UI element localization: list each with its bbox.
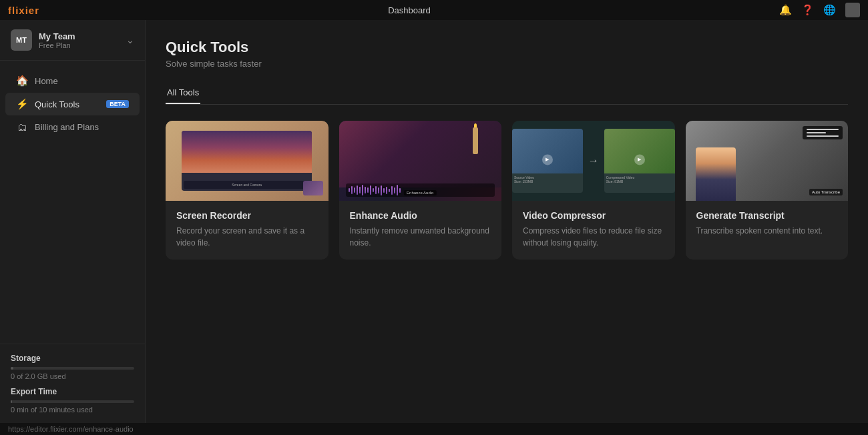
notification-icon[interactable]: 🔔: [779, 4, 792, 16]
generate-transcript-illustration: Auto Transcribe: [686, 121, 849, 201]
wave-bar: [367, 187, 369, 193]
tools-grid: Screen and Camera Screen Recorder Record…: [166, 121, 848, 260]
user-avatar[interactable]: [845, 3, 860, 17]
page-subtitle: Solve simple tasks faster: [166, 59, 848, 69]
screen-recorder-title: Screen Recorder: [176, 210, 318, 221]
export-used-text: 0 min of 10 minutes used: [11, 406, 134, 414]
sidebar-bottom: Storage 0 of 2.0 GB used Export Time 0 m…: [0, 344, 145, 423]
logo: flixier: [8, 5, 39, 16]
video-compressor-desc: Compress video files to reduce file size…: [523, 225, 664, 249]
enhance-audio-desc: Instantly remove unwanted background noi…: [350, 225, 491, 249]
sidebar: MT My Team Free Plan ⌄ 🏠 Home ⚡ Quick To…: [0, 20, 146, 423]
team-name: My Team: [39, 31, 120, 41]
storage-progress-bar: [11, 367, 134, 370]
wave-bar: [391, 186, 393, 195]
wave-bar: [394, 187, 395, 193]
wave-bar: [381, 185, 382, 195]
topbar-title: Dashboard: [388, 5, 431, 15]
play-icon: ▶: [542, 154, 553, 165]
sidebar-nav: 🏠 Home ⚡ Quick Tools beta 🗂 Billing and …: [0, 61, 145, 344]
screen-rec-label: Screen and Camera: [184, 181, 310, 189]
screen-recorder-desc: Record your screen and save it as a vide…: [176, 225, 318, 249]
export-progress-bar: [11, 400, 134, 403]
tab-all-tools[interactable]: All Tools: [166, 82, 200, 104]
enhance-audio-illustration: Enhance Audio: [339, 121, 502, 201]
generate-transcript-image: Auto Transcribe: [686, 121, 849, 201]
export-label: Export Time: [11, 387, 134, 396]
topbar-actions: 🔔 ❓ 🌐: [779, 3, 860, 17]
wave-bar: [389, 189, 390, 192]
main-layout: MT My Team Free Plan ⌄ 🏠 Home ⚡ Quick To…: [0, 20, 868, 423]
transcript-text-overlay: [803, 126, 843, 139]
screen-rec-photo: [182, 131, 312, 173]
team-plan: Free Plan: [39, 41, 120, 49]
transcript-line-short: [807, 132, 826, 133]
enhance-audio-title: Enhance Audio: [350, 210, 491, 221]
topbar: flixier Dashboard 🔔 ❓ 🌐: [0, 0, 868, 20]
video-compressor-title: Video Compressor: [523, 210, 664, 221]
enhance-audio-label: Enhance Audio: [404, 190, 436, 195]
storage-used-text: 0 of 2.0 GB used: [11, 372, 134, 380]
generate-transcript-desc: Transcribe spoken content into text.: [696, 225, 838, 237]
sidebar-item-quick-tools[interactable]: ⚡ Quick Tools beta: [5, 93, 140, 115]
wave-bar: [365, 187, 366, 193]
chevron-down-icon: ⌄: [126, 35, 134, 45]
screen-rec-label-text: Screen and Camera: [232, 183, 262, 187]
compressed-video-info: Compressed VideoSize: 81MB: [604, 173, 675, 185]
screen-recorder-illustration: Screen and Camera: [166, 121, 329, 201]
wave-bar: [362, 185, 363, 195]
beta-badge: beta: [106, 100, 129, 108]
screen-rec-inner: Screen and Camera: [182, 131, 312, 191]
tool-card-enhance-audio[interactable]: Enhance Audio Enhance Audio Instantly re…: [339, 121, 502, 260]
sidebar-item-billing[interactable]: 🗂 Billing and Plans: [5, 116, 140, 138]
team-selector[interactable]: MT My Team Free Plan ⌄: [0, 20, 145, 61]
wave-bar: [359, 187, 361, 193]
lightning-icon: ⚡: [16, 98, 28, 110]
source-video-box: ▶ Source VideoSize: 153MB: [512, 129, 583, 193]
help-icon[interactable]: ❓: [801, 4, 814, 16]
sidebar-item-home[interactable]: 🏠 Home: [5, 69, 140, 92]
storage-label: Storage: [11, 354, 134, 363]
wave-bar: [383, 188, 385, 193]
team-avatar: MT: [11, 29, 32, 51]
wave-bar: [354, 187, 355, 193]
wave-bar: [378, 187, 379, 193]
wave-bar: [375, 186, 377, 194]
screen-cam: [303, 181, 323, 195]
wave-bar: [386, 187, 387, 194]
transcript-person: [696, 147, 736, 201]
generate-transcript-body: Generate Transcript Transcribe spoken co…: [686, 201, 849, 248]
audio-candle: [473, 127, 478, 154]
auto-transcribe-label: Auto Transcribe: [809, 189, 843, 195]
transcript-line-2: [807, 135, 839, 137]
compressed-video-box: ▶ Compressed VideoSize: 81MB: [604, 129, 675, 193]
billing-icon: 🗂: [16, 121, 28, 133]
sidebar-item-home-label: Home: [35, 76, 129, 86]
statusbar: https://editor.flixier.com/enhance-audio: [0, 423, 868, 435]
wave-bar: [397, 185, 398, 195]
tool-card-screen-recorder[interactable]: Screen and Camera Screen Recorder Record…: [166, 121, 329, 260]
arrow-right-icon: →: [588, 155, 599, 167]
video-compressor-illustration: ▶ Source VideoSize: 153MB → ▶ Compressed…: [512, 121, 675, 201]
globe-icon[interactable]: 🌐: [823, 4, 836, 16]
enhance-audio-image: Enhance Audio: [339, 121, 502, 201]
page-title: Quick Tools: [166, 39, 848, 56]
tool-card-video-compressor[interactable]: ▶ Source VideoSize: 153MB → ▶ Compressed…: [512, 121, 675, 260]
screen-recorder-body: Screen Recorder Record your screen and s…: [166, 201, 329, 260]
play-icon-2: ▶: [634, 154, 645, 165]
wave-bar: [357, 185, 358, 195]
transcript-line: [807, 129, 839, 130]
screen-cam-inner: [303, 181, 323, 195]
wave-bar: [373, 188, 374, 192]
content-area: Quick Tools Solve simple tasks faster Al…: [146, 20, 868, 423]
export-progress-fill: [11, 400, 12, 403]
tool-card-generate-transcript[interactable]: Auto Transcribe Generate Transcript Tran…: [686, 121, 849, 260]
sidebar-item-quick-tools-label: Quick Tools: [35, 99, 99, 109]
wave-bar: [370, 185, 371, 195]
source-video-info: Source VideoSize: 153MB: [512, 173, 583, 185]
wave-bar: [399, 188, 401, 193]
home-icon: 🏠: [16, 75, 28, 87]
generate-transcript-title: Generate Transcript: [696, 210, 838, 221]
compressed-video-photo: ▶: [604, 129, 675, 173]
tabs-bar: All Tools: [166, 82, 848, 105]
